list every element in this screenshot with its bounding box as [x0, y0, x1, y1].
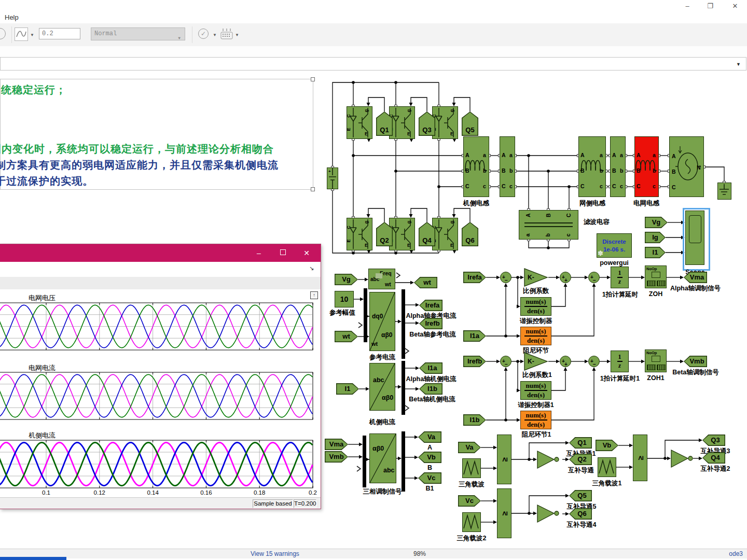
solver-name[interactable]: ode3 — [729, 550, 743, 557]
block-label: 参考幅值 — [322, 309, 363, 317]
triangle-carrier-block[interactable] — [462, 458, 481, 478]
igbt-q6-block[interactable]: CEgE — [432, 218, 458, 250]
port-label: αβ0 — [382, 395, 393, 401]
dq0-transform-block[interactable]: dq0 αβ0 wt — [369, 292, 395, 351]
port-label: abc — [383, 467, 395, 474]
float-icon[interactable]: ↑ — [310, 291, 318, 299]
gain-block[interactable]: K- — [524, 268, 548, 287]
sum-block[interactable]: + − — [500, 356, 511, 367]
selection-handle[interactable] — [311, 187, 315, 191]
breadcrumb-bar[interactable]: ▼ — [0, 57, 746, 71]
triangle-carrier-block[interactable] — [598, 457, 616, 477]
step-settings-icon[interactable] — [220, 28, 233, 40]
port-label: dq0 — [372, 313, 383, 319]
selection-handle[interactable] — [311, 77, 315, 81]
stop-time-input[interactable] — [39, 28, 80, 39]
block-label: 谐振控制器1 — [516, 401, 556, 410]
triangle-carrier-block[interactable] — [462, 512, 481, 532]
block-label: 互补导通4 — [565, 521, 598, 529]
toolbar-row2 — [0, 46, 747, 57]
scope-window[interactable]: – ✕ ↘ ↑ Sample based T=0.200 电网电压电网电流机侧电… — [0, 244, 321, 509]
port-label: NoOp — [646, 267, 657, 271]
resonant-controller-block[interactable]: num(s)den(s) — [520, 297, 551, 316]
sum-block[interactable]: + − — [500, 272, 511, 283]
minimize-icon[interactable]: – — [683, 2, 692, 10]
sum-block[interactable]: + − — [588, 272, 600, 283]
relational-operator-block[interactable]: ≥ — [497, 435, 511, 484]
gridside-inductor-block[interactable]: ABCabc — [578, 136, 606, 197]
block-label: 比例系数 — [518, 287, 554, 296]
not-gate[interactable] — [671, 449, 695, 468]
dropdown-icon[interactable]: ▼ — [736, 62, 741, 67]
igbt-q3-block[interactable]: CEgE — [389, 106, 415, 139]
zoh-block[interactable]: NoOp — [645, 349, 667, 372]
block-label: 谐振控制器 — [518, 317, 554, 326]
not-gate[interactable] — [537, 504, 561, 523]
close-icon[interactable]: ✕ — [730, 2, 740, 10]
scope-plot-title: 电网电流 — [29, 363, 56, 373]
not-gate[interactable] — [537, 450, 561, 469]
scope-toolbar-icon[interactable] — [15, 27, 28, 41]
dropdown-icon[interactable]: ▼ — [235, 33, 239, 37]
port-label: abc — [373, 377, 384, 384]
constant-10-block[interactable]: 10 — [335, 291, 354, 307]
gain-block[interactable]: K- — [524, 352, 548, 371]
block-label: 三相调制信号 — [359, 487, 406, 496]
check-icon[interactable]: ✓ — [198, 29, 209, 39]
unit-delay-block[interactable]: 1z — [611, 351, 629, 372]
measurement-block[interactable]: ABCabc — [610, 136, 626, 197]
scope-plot-area — [0, 289, 321, 497]
igbt-q1-block[interactable]: CEgE — [347, 106, 372, 139]
machine-inductor-block[interactable]: ABCabc — [463, 136, 489, 197]
dropdown-icon[interactable]: ▼ — [213, 33, 217, 37]
port-label: C — [566, 213, 572, 217]
scope-block[interactable] — [685, 211, 704, 265]
pll-block[interactable]: abc Freq wt — [368, 269, 395, 289]
signal-label: Alpha轴机侧电流 — [403, 375, 460, 384]
resonant-controller-block[interactable]: num(s)den(s) — [520, 381, 551, 400]
sum-block[interactable]: + + — [560, 272, 571, 283]
filter-capacitor-block[interactable]: A B C a b c — [519, 210, 578, 240]
sum-block[interactable]: + + — [560, 356, 571, 367]
damping-block[interactable]: num(s)den(s) — [520, 327, 551, 345]
sum-sign: + — [564, 362, 568, 367]
igbt-q2-block[interactable]: CEgE — [347, 218, 372, 250]
sim-mode-select[interactable]: Normal ▼ — [91, 27, 185, 40]
block-label: 电网电感 — [626, 199, 667, 208]
menu-help[interactable]: Help — [5, 13, 19, 21]
block-label: A — [418, 444, 441, 451]
igbt-q5-block[interactable]: CEgE — [432, 106, 458, 139]
scope-plot-title: 电网电压 — [29, 293, 56, 303]
signal-label: Alpha轴调制信号 — [668, 284, 723, 293]
abc-ab0-transform-block[interactable]: abc αβ0 — [369, 363, 395, 411]
block-label: 机侧电流 — [364, 418, 400, 427]
signal-label: Beta轴调制信号 — [669, 368, 722, 377]
dc-source-block[interactable]: + — [327, 167, 338, 189]
relational-operator-block[interactable]: ≥ — [497, 488, 511, 538]
igbt-q4-block[interactable]: CEgE — [389, 218, 415, 250]
grid-inductor-block-red[interactable]: ABCabc — [634, 136, 659, 197]
partial-icon[interactable] — [0, 28, 6, 39]
scope-statusbar: Sample based T=0.200 — [0, 497, 321, 509]
dropdown-icon[interactable]: ▼ — [30, 33, 34, 37]
ab0-abc-transform-block[interactable]: αβ0 abc — [369, 433, 396, 483]
port-label: NoOp — [646, 351, 657, 355]
block-label: 滤波电容 — [584, 218, 610, 227]
sum-block[interactable]: + − — [588, 356, 600, 367]
port-label: αβ0 — [381, 332, 392, 338]
measurement-block[interactable]: ABCabc — [500, 136, 515, 197]
warnings-link[interactable]: View 15 warnings — [251, 550, 299, 557]
ground-block[interactable] — [717, 183, 731, 200]
block-label: 网侧电感 — [572, 199, 613, 208]
restore-icon[interactable]: ❐ — [706, 2, 715, 10]
simulink-canvas[interactable]: + CEgE CEgE CEgE CEgE CEgE CEgE Q1 Q3 Q5… — [322, 73, 747, 550]
damping-block[interactable]: num(s)den(s) — [520, 411, 551, 429]
relational-operator-block[interactable]: ≥ — [633, 435, 647, 481]
powergui-block[interactable]: Discrete 1e-06 s. ✽ — [597, 233, 632, 258]
three-phase-source-block[interactable]: A B C N — [669, 136, 704, 197]
x-tick-label: 0.14 — [147, 489, 158, 496]
port-label: C — [672, 185, 676, 190]
unit-delay-block[interactable]: 1z — [611, 267, 629, 288]
relop-symbol: ≥ — [500, 457, 508, 461]
zoh-block[interactable]: NoOp — [645, 265, 667, 288]
